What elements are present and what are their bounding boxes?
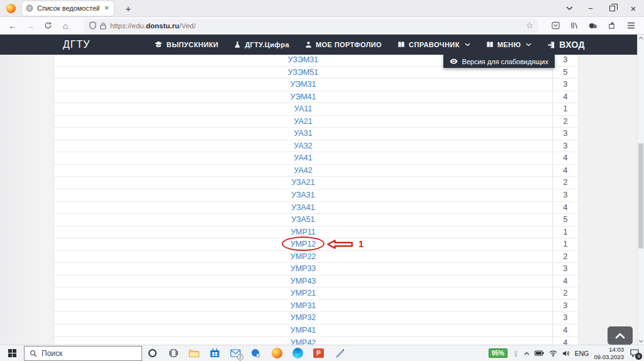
cortana-button[interactable] <box>142 345 163 361</box>
page-scrollbar[interactable] <box>637 35 644 345</box>
store-button[interactable] <box>204 345 225 361</box>
group-link[interactable]: УМР31 <box>291 301 316 310</box>
pen-app-button[interactable] <box>329 345 350 361</box>
table-row: УА212 <box>54 116 578 128</box>
count-cell: 5 <box>553 214 578 226</box>
group-link[interactable]: УЭМ31 <box>291 80 316 89</box>
taskbar-search-input[interactable]: Поиск <box>24 346 142 361</box>
store-icon <box>209 348 220 358</box>
count-cell: 3 <box>553 189 578 201</box>
nav-item-dgtu-cifra[interactable]: ДГТУ.Цифра <box>234 41 289 48</box>
nav-item-portfolio[interactable]: МОЕ ПОРТФОЛИО <box>305 41 382 48</box>
tray-chevron-up-icon[interactable] <box>524 352 530 355</box>
table-row: УМР333 <box>54 263 578 275</box>
minimize-button[interactable]: − <box>580 0 601 17</box>
group-cell: УЗЭМ51 <box>54 67 553 79</box>
edge-button[interactable] <box>287 345 308 361</box>
action-center-button[interactable]: 9 <box>629 348 640 358</box>
task-view-button[interactable] <box>163 345 184 361</box>
group-link[interactable]: УА32 <box>294 142 312 150</box>
wifi-icon[interactable] <box>549 350 557 357</box>
group-link[interactable]: УА31 <box>294 129 312 138</box>
group-link[interactable]: УА41 <box>294 153 312 162</box>
back-button[interactable]: ← <box>5 19 20 33</box>
language-indicator[interactable]: ENG <box>575 350 589 357</box>
mail-badge: 2 <box>237 354 243 360</box>
count-cell: 3 <box>553 55 578 66</box>
count-cell: 4 <box>553 165 578 177</box>
group-link[interactable]: УМР21 <box>291 289 316 297</box>
close-button[interactable]: × <box>623 0 644 17</box>
table-row: УЭМ313 <box>54 79 578 91</box>
group-link[interactable]: УМР22 <box>291 252 316 261</box>
home-button[interactable]: ⌂ <box>58 19 73 33</box>
nav-item-vhod[interactable]: ВХОД <box>547 40 585 50</box>
scroll-to-top-button[interactable] <box>608 326 633 345</box>
scrollbar-up-icon[interactable] <box>638 36 644 40</box>
group-link[interactable]: УМР43 <box>291 277 316 286</box>
group-link[interactable]: УЗА21 <box>291 178 314 187</box>
group-link[interactable]: УА21 <box>294 117 312 126</box>
nav-item-label: МЕНЮ <box>497 41 521 48</box>
table-row: УМР111 <box>54 226 578 239</box>
library-icon[interactable] <box>566 19 582 33</box>
scrollbar-thumb[interactable] <box>638 143 643 248</box>
count-cell: 4 <box>553 152 578 164</box>
reload-button[interactable] <box>40 19 55 33</box>
site-logo[interactable]: ДГТУ <box>63 39 90 50</box>
scrollbar-down-icon[interactable] <box>638 340 644 343</box>
nav-item-graduates[interactable]: ВЫПУСКНИКИ <box>154 41 219 48</box>
new-tab-button[interactable]: + <box>121 3 135 14</box>
nav-item-spravochnik[interactable]: СПРАВОЧНИК <box>397 41 470 48</box>
group-link[interactable]: УМР32 <box>291 313 316 322</box>
table-row: УЗА212 <box>54 177 578 189</box>
volume-icon[interactable] <box>562 350 570 357</box>
group-cell: УМР121 <box>54 238 553 250</box>
bookmark-star-icon[interactable]: ☆ <box>526 21 533 30</box>
group-link[interactable]: УА11 <box>294 104 312 113</box>
group-link[interactable]: УМР33 <box>291 264 316 273</box>
lock-icon[interactable] <box>100 22 106 30</box>
taskbar-clock[interactable]: 14:03 09.03.2023 <box>594 346 624 360</box>
group-link[interactable]: УЗА51 <box>291 215 314 224</box>
firefox-button[interactable] <box>267 345 287 361</box>
group-cell: УМР43 <box>54 275 553 287</box>
url-text: https://edu.donstu.ru/Ved/ <box>110 22 522 30</box>
globe-favicon-icon <box>26 4 33 12</box>
group-link[interactable]: УЭМ41 <box>291 92 316 101</box>
url-bar[interactable]: https://edu.donstu.ru/Ved/ ☆ <box>84 19 538 33</box>
group-link[interactable]: УА42 <box>294 166 312 175</box>
people-button[interactable] <box>246 345 267 361</box>
battery-icon[interactable] <box>535 350 544 356</box>
mail-button[interactable]: 2 <box>225 345 246 361</box>
tab-list-chevron-icon[interactable] <box>558 0 580 17</box>
group-link[interactable]: УМР11 <box>291 228 316 236</box>
group-cell: УМР42 <box>54 337 553 345</box>
menu-hamburger-icon[interactable] <box>623 19 639 33</box>
extension-icon[interactable] <box>585 19 601 33</box>
group-link[interactable]: УЗЭМ31 <box>288 55 319 64</box>
tray-hidden-app-icon[interactable] <box>513 350 519 357</box>
group-link[interactable]: УМР41 <box>291 326 316 335</box>
annotation-ellipse <box>282 236 325 251</box>
tab-close-icon[interactable]: × <box>103 4 110 13</box>
eye-icon <box>450 58 458 64</box>
nav-item-menu[interactable]: МЕНЮ <box>486 41 531 48</box>
forward-button[interactable]: → <box>23 19 38 33</box>
group-link[interactable]: УЗЭМ51 <box>288 68 319 77</box>
table-row: УМР323 <box>54 312 578 325</box>
browser-titlebar: Список ведомостей × + − × <box>0 0 644 17</box>
search-label: Поиск <box>42 349 62 358</box>
group-link[interactable]: УЗА31 <box>291 191 314 199</box>
browser-tab[interactable]: Список ведомостей × <box>22 1 114 16</box>
powerpoint-button[interactable]: P <box>308 345 329 361</box>
file-explorer-button[interactable] <box>184 345 204 361</box>
group-link[interactable]: УЗА41 <box>291 203 314 212</box>
tracking-shield-icon[interactable] <box>89 21 96 30</box>
start-button[interactable] <box>0 345 24 361</box>
group-link[interactable]: УМР42 <box>291 338 316 345</box>
accessibility-tooltip[interactable]: Версия для слабовидящих <box>443 55 555 68</box>
restore-button[interactable] <box>601 0 623 17</box>
account-icon[interactable] <box>604 19 620 33</box>
pocket-icon[interactable] <box>547 19 564 33</box>
